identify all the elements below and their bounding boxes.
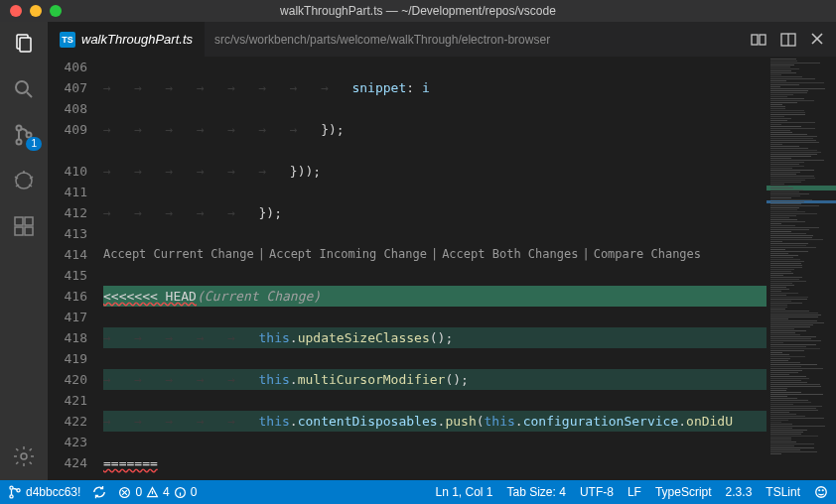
svg-rect-18 [752, 35, 758, 45]
minimize-window-button[interactable] [30, 5, 42, 17]
code-content[interactable]: → → → → → → → → snippet: i → → → → → → →… [103, 57, 766, 480]
svg-point-5 [17, 140, 22, 145]
svg-point-34 [816, 487, 827, 498]
main-area: 1 TS walkThroughPart.ts src/vs/workbench… [0, 22, 836, 480]
status-bar: d4bbcc63! 0 4 0 Ln 1, Col 1 Tab Size: 4 … [0, 480, 836, 504]
line-number: 421 [48, 390, 87, 411]
compare-changes-icon[interactable] [751, 32, 766, 48]
line-number: 406 [48, 57, 87, 77]
line-number: 408 [48, 98, 87, 119]
linter-status[interactable]: TSLint [766, 485, 800, 499]
line-number: 416 [48, 286, 87, 307]
breadcrumb[interactable]: src/vs/workbench/parts/welcome/walkThrou… [205, 33, 751, 47]
accept-current-link[interactable]: Accept Current Change [103, 244, 254, 265]
scm-badge: 1 [26, 137, 42, 151]
branch-name: d4bbcc63! [26, 485, 80, 499]
svg-point-7 [16, 173, 32, 189]
search-icon[interactable] [10, 75, 38, 103]
svg-rect-14 [15, 227, 23, 235]
line-number: 409 [48, 119, 87, 140]
svg-point-35 [819, 490, 820, 491]
window-controls [0, 5, 62, 17]
problems-status[interactable]: 0 4 0 [118, 485, 197, 499]
close-window-button[interactable] [10, 5, 22, 17]
activity-bar: 1 [0, 22, 48, 480]
extensions-icon[interactable] [10, 212, 38, 240]
svg-rect-16 [25, 217, 33, 225]
tab-bar: TS walkThroughPart.ts src/vs/workbench/p… [48, 22, 836, 57]
titlebar: walkThroughPart.ts — ~/Development/repos… [0, 0, 836, 22]
typescript-version[interactable]: 2.3.3 [726, 485, 753, 499]
errors-count: 0 [135, 485, 142, 499]
svg-point-36 [822, 490, 823, 491]
line-number: 418 [48, 327, 87, 348]
accept-both-link[interactable]: Accept Both Changes [442, 244, 578, 265]
language-status[interactable]: TypeScript [655, 485, 712, 499]
source-control-icon[interactable]: 1 [10, 121, 38, 149]
indent-status[interactable]: Tab Size: 4 [507, 485, 566, 499]
line-number: 414 [48, 244, 87, 265]
feedback-icon[interactable] [814, 485, 828, 499]
conflict-head-label: (Current Change) [197, 286, 321, 307]
accept-incoming-link[interactable]: Accept Incoming Change [269, 244, 427, 265]
conflict-head-marker: <<<<<<< HEAD [103, 286, 197, 307]
sync-status[interactable] [92, 485, 106, 499]
warnings-count: 4 [163, 485, 170, 499]
svg-rect-13 [15, 217, 23, 225]
cursor-position[interactable]: Ln 1, Col 1 [435, 485, 492, 499]
line-number: 424 [48, 452, 87, 473]
tab-walkthroughpart[interactable]: TS walkThroughPart.ts [48, 22, 205, 57]
line-number: 413 [48, 223, 87, 244]
svg-rect-15 [25, 227, 33, 235]
svg-point-24 [10, 486, 13, 489]
svg-rect-1 [20, 38, 31, 52]
debug-icon[interactable] [10, 167, 38, 194]
line-number: 423 [48, 432, 87, 452]
explorer-icon[interactable] [10, 30, 38, 58]
line-number: 415 [48, 265, 87, 286]
typescript-file-icon: TS [60, 32, 75, 48]
codelens-gutter [48, 140, 87, 161]
line-number: 422 [48, 411, 87, 432]
svg-rect-19 [760, 35, 766, 45]
close-tab-icon[interactable] [810, 32, 824, 48]
minimap[interactable] [766, 57, 836, 480]
settings-gear-icon[interactable] [10, 442, 38, 470]
editor-body[interactable]: 406 407 408 409 410 411 412 413 414 415 … [48, 57, 836, 480]
tab-label: walkThroughPart.ts [81, 32, 193, 47]
svg-point-2 [16, 81, 28, 93]
svg-point-25 [10, 495, 13, 498]
git-branch-status[interactable]: d4bbcc63! [8, 485, 80, 499]
split-editor-icon[interactable] [780, 32, 796, 48]
editor-group: TS walkThroughPart.ts src/vs/workbench/p… [48, 22, 836, 480]
conflict-separator: ======= [103, 452, 158, 473]
line-number: 417 [48, 307, 87, 327]
merge-codelens: Accept Current Change|Accept Incoming Ch… [103, 244, 766, 265]
info-count: 0 [191, 485, 198, 499]
compare-changes-link[interactable]: Compare Changes [594, 244, 701, 265]
line-number: 419 [48, 348, 87, 369]
line-number: 410 [48, 161, 87, 182]
editor-actions [751, 32, 836, 48]
eol-status[interactable]: LF [627, 485, 641, 499]
svg-line-3 [27, 92, 32, 97]
window-title: walkThroughPart.ts — ~/Development/repos… [0, 4, 836, 18]
svg-point-4 [17, 126, 22, 131]
line-number: 420 [48, 369, 87, 390]
encoding-status[interactable]: UTF-8 [580, 485, 614, 499]
line-number: 411 [48, 182, 87, 202]
line-number-gutter: 406 407 408 409 410 411 412 413 414 415 … [48, 57, 103, 480]
zoom-window-button[interactable] [50, 5, 62, 17]
svg-point-17 [21, 453, 27, 459]
line-number: 412 [48, 202, 87, 223]
line-number: 407 [48, 77, 87, 98]
